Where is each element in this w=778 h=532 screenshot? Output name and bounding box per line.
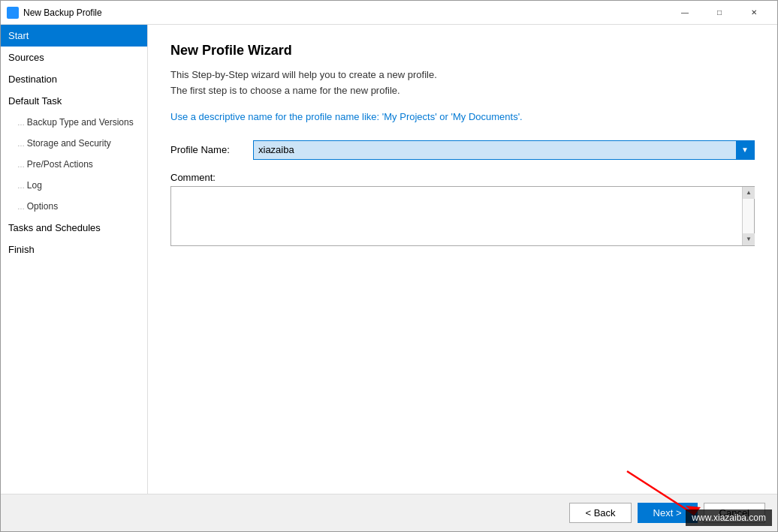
sidebar-label-backup-type: Backup Type and Versions	[27, 117, 134, 128]
comment-section: Comment: ▲ ▼	[170, 172, 755, 246]
sidebar-label-pre-post: Pre/Post Actions	[27, 159, 93, 170]
window-footer: < Back Next > Cancel	[1, 494, 777, 531]
hint-example: 'My Projects' or 'My Documents'.	[382, 111, 523, 122]
scrollbar-down-btn[interactable]: ▼	[743, 233, 755, 245]
wizard-desc-line1: This Step-by-Step wizard will help you t…	[170, 68, 755, 83]
sidebar-label-options: Options	[27, 201, 58, 212]
sidebar-label-destination: Destination	[8, 74, 57, 85]
comment-box-wrapper: ▲ ▼	[170, 186, 755, 246]
close-button[interactable]: ✕	[737, 1, 771, 25]
sidebar-item-start[interactable]: Start	[1, 25, 147, 47]
sidebar-item-destination[interactable]: Destination	[1, 68, 147, 90]
main-content: New Profile Wizard This Step-by-Step wiz…	[148, 25, 777, 494]
title-bar: New Backup Profile — □ ✕	[1, 1, 777, 25]
profile-name-input[interactable]	[254, 141, 736, 158]
scrollbar-track	[743, 199, 754, 233]
hint-prefix: Use a descriptive name for the profile n…	[170, 111, 382, 122]
minimize-button[interactable]: —	[668, 1, 702, 25]
wizard-desc-line2: The first step is to choose a name for t…	[170, 83, 755, 99]
sidebar-item-log[interactable]: Log	[1, 175, 147, 196]
sidebar-label-storage-security: Storage and Security	[27, 138, 111, 149]
profile-name-input-wrapper: ▼	[253, 140, 755, 160]
watermark: www.xiazaiba.com	[686, 509, 772, 526]
comment-label: Comment:	[170, 172, 755, 183]
sidebar-item-default-task[interactable]: Default Task	[1, 90, 147, 112]
profile-name-dropdown-btn[interactable]: ▼	[736, 141, 754, 159]
sidebar-item-tasks-schedules[interactable]: Tasks and Schedules	[1, 217, 147, 239]
sidebar-label-sources: Sources	[8, 52, 44, 63]
sidebar-item-sources[interactable]: Sources	[1, 47, 147, 68]
sidebar-item-storage-security[interactable]: Storage and Security	[1, 133, 147, 154]
maximize-button[interactable]: □	[702, 1, 737, 25]
scrollbar-up-btn[interactable]: ▲	[743, 187, 755, 199]
sidebar-item-backup-type[interactable]: Backup Type and Versions	[1, 112, 147, 133]
window-controls: — □ ✕	[668, 1, 771, 25]
sidebar-label-log: Log	[27, 180, 42, 191]
wizard-description: This Step-by-Step wizard will help you t…	[170, 68, 755, 99]
wizard-title: New Profile Wizard	[170, 43, 755, 59]
app-icon	[7, 7, 19, 19]
window-title: New Backup Profile	[23, 8, 668, 18]
back-button[interactable]: < Back	[569, 503, 631, 523]
comment-scrollbar: ▲ ▼	[742, 187, 754, 245]
comment-textarea[interactable]	[171, 187, 742, 245]
sidebar-label-start: Start	[8, 30, 29, 41]
profile-name-label: Profile Name:	[170, 144, 253, 155]
sidebar: Start Sources Destination Default Task B…	[1, 25, 148, 494]
sidebar-label-tasks-schedules: Tasks and Schedules	[8, 222, 101, 233]
window-body: Start Sources Destination Default Task B…	[1, 25, 777, 494]
sidebar-item-pre-post[interactable]: Pre/Post Actions	[1, 154, 147, 175]
wizard-hint: Use a descriptive name for the profile n…	[170, 111, 755, 122]
sidebar-label-default-task: Default Task	[8, 95, 62, 107]
sidebar-item-finish[interactable]: Finish	[1, 239, 147, 260]
profile-name-row: Profile Name: ▼	[170, 140, 755, 160]
sidebar-item-options[interactable]: Options	[1, 196, 147, 217]
main-window: New Backup Profile — □ ✕ Start Sources D…	[0, 0, 778, 532]
sidebar-label-finish: Finish	[8, 244, 35, 255]
